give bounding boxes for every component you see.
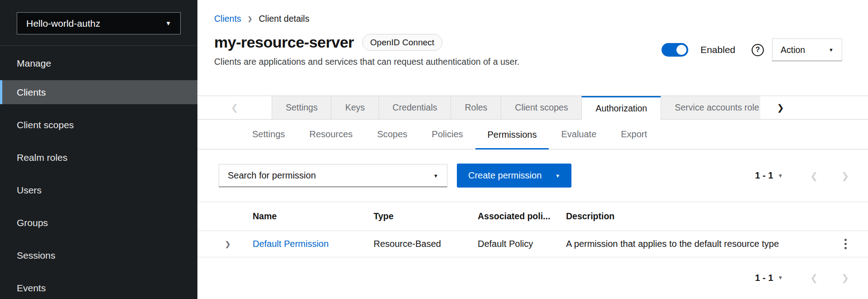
subtab-label: Permissions xyxy=(488,130,537,140)
pagination-options-caret-icon[interactable]: ▼ xyxy=(778,275,783,281)
chevron-left-icon: ❮ xyxy=(231,102,238,113)
pagination-range: 1 - 1 xyxy=(755,170,773,181)
sidebar: Hello-world-authz ▼ Manage Clients Clien… xyxy=(0,0,197,299)
column-header-type: Type xyxy=(374,211,478,222)
tab-credentials[interactable]: Credentials xyxy=(379,96,451,119)
permissions-table: Name Type Associated poli... Description… xyxy=(197,202,868,257)
chevron-down-icon: ▼ xyxy=(555,173,560,178)
client-tabs: ❮ Settings Keys Credentials Roles Client… xyxy=(197,96,868,120)
pagination-prev-button[interactable]: ❮ xyxy=(810,272,818,283)
row-expand-chevron-icon[interactable]: ❯ xyxy=(225,240,230,248)
sidebar-item-label: Groups xyxy=(17,217,48,228)
tab-label: Roles xyxy=(465,102,487,113)
permission-description-cell: A permission that applies to the default… xyxy=(566,239,823,249)
sidebar-item-client-scopes[interactable]: Client scopes xyxy=(0,113,197,137)
sidebar-item-groups[interactable]: Groups xyxy=(0,211,197,235)
toggle-knob xyxy=(676,45,686,55)
main-content: Clients ❯ Client details my-resource-ser… xyxy=(197,0,868,299)
subtab-resources[interactable]: Resources xyxy=(297,120,365,149)
subtab-label: Evaluate xyxy=(561,129,596,140)
tab-label: Client scopes xyxy=(515,102,568,113)
tab-label: Keys xyxy=(345,102,364,113)
page-title: my-resource-server xyxy=(214,34,354,51)
page-header: Clients ❯ Client details my-resource-ser… xyxy=(197,0,868,96)
row-actions-cell xyxy=(823,236,868,252)
chevron-down-icon: ▼ xyxy=(829,47,834,53)
sidebar-item-realm-roles[interactable]: Realm roles xyxy=(0,145,197,169)
tab-label: Authorization xyxy=(595,103,647,114)
sidebar-divider xyxy=(0,45,197,46)
sidebar-item-events[interactable]: Events xyxy=(0,276,197,299)
subtab-label: Resources xyxy=(309,129,353,140)
subtab-label: Scopes xyxy=(377,129,408,140)
pagination-options-caret-icon[interactable]: ▼ xyxy=(778,173,783,179)
sidebar-item-sessions[interactable]: Sessions xyxy=(0,243,197,267)
tab-client-scopes[interactable]: Client scopes xyxy=(501,96,581,119)
pagination-top: 1 - 1 ▼ ❮ ❯ xyxy=(755,170,849,181)
column-header-associated-policy: Associated poli... xyxy=(478,211,566,222)
tab-settings[interactable]: Settings xyxy=(272,96,331,119)
authorization-subtabs: Settings Resources Scopes Policies Permi… xyxy=(197,120,868,150)
breadcrumb-current: Client details xyxy=(259,14,310,24)
row-expand-cell: ❯ xyxy=(197,240,253,248)
table-row: ❯ Default Permission Resource-Based Defa… xyxy=(197,231,868,257)
sidebar-item-label: Sessions xyxy=(17,250,55,261)
subtab-evaluate[interactable]: Evaluate xyxy=(549,120,609,149)
pagination-next-button[interactable]: ❯ xyxy=(841,272,849,283)
action-dropdown-label: Action xyxy=(781,45,805,55)
app-window: Hello-world-authz ▼ Manage Clients Clien… xyxy=(0,0,868,299)
create-permission-button[interactable]: Create permission ▼ xyxy=(457,164,571,188)
nav-section-title: Manage xyxy=(17,58,197,69)
breadcrumb: Clients ❯ Client details xyxy=(197,0,868,24)
subtab-export[interactable]: Export xyxy=(609,120,659,149)
breadcrumb-link-clients[interactable]: Clients xyxy=(214,14,241,24)
permission-associated-policy-cell: Default Policy xyxy=(478,239,566,249)
subtab-label: Export xyxy=(621,129,647,140)
action-dropdown[interactable]: Action ▼ xyxy=(772,39,842,61)
sidebar-item-clients[interactable]: Clients xyxy=(0,80,197,104)
pagination-prev-button[interactable]: ❮ xyxy=(810,170,818,181)
protocol-badge: OpenID Connect xyxy=(362,34,443,51)
pagination-next-button[interactable]: ❯ xyxy=(841,170,849,181)
subtab-label: Policies xyxy=(432,129,463,140)
tab-service-accounts-roles[interactable]: Service accounts role xyxy=(661,96,760,119)
breadcrumb-separator-icon: ❯ xyxy=(248,15,253,22)
sidebar-item-label: Realm roles xyxy=(17,152,67,163)
pagination-range: 1 - 1 xyxy=(755,273,773,283)
search-permission-placeholder: Search for permission xyxy=(228,170,316,181)
chevron-down-icon: ▼ xyxy=(165,20,171,27)
tabs-scroll-right-button[interactable]: ❯ xyxy=(760,96,801,119)
pagination-bottom-wrapper: 1 - 1 ▼ ❮ ❯ xyxy=(197,257,868,283)
tab-roles[interactable]: Roles xyxy=(451,96,501,119)
sidebar-item-label: Client scopes xyxy=(17,120,74,130)
sidebar-item-label: Users xyxy=(17,185,42,196)
permission-name-link[interactable]: Default Permission xyxy=(253,239,329,249)
sidebar-item-users[interactable]: Users xyxy=(0,178,197,202)
realm-selector[interactable]: Hello-world-authz ▼ xyxy=(17,12,181,34)
tab-authorization[interactable]: Authorization xyxy=(581,96,661,120)
tab-label: Credentials xyxy=(393,102,437,113)
subtab-policies[interactable]: Policies xyxy=(420,120,475,149)
enabled-toggle[interactable] xyxy=(662,43,688,57)
create-permission-label: Create permission xyxy=(468,170,542,181)
tabs-scroll-left-button[interactable]: ❮ xyxy=(197,96,272,119)
tab-label: Service accounts role xyxy=(675,102,759,113)
pagination-bottom: 1 - 1 ▼ ❮ ❯ xyxy=(755,272,849,283)
search-permission-select[interactable]: Search for permission ▼ xyxy=(219,164,447,187)
sidebar-item-label: Clients xyxy=(17,87,46,98)
subtab-permissions[interactable]: Permissions xyxy=(475,120,549,150)
sidebar-nav: Clients Client scopes Realm roles Users … xyxy=(0,80,197,299)
realm-selector-value: Hello-world-authz xyxy=(26,18,100,29)
chevron-right-icon: ❯ xyxy=(777,102,784,113)
tab-label: Settings xyxy=(286,102,317,113)
permission-type-cell: Resource-Based xyxy=(374,239,478,249)
column-header-description: Description xyxy=(566,211,823,222)
help-icon[interactable]: ? xyxy=(752,44,764,56)
subtab-settings[interactable]: Settings xyxy=(240,120,297,149)
subtab-scopes[interactable]: Scopes xyxy=(365,120,420,149)
subtab-label: Settings xyxy=(252,129,285,140)
kebab-menu-icon[interactable] xyxy=(842,236,849,252)
sidebar-item-label: Events xyxy=(17,283,46,294)
tab-keys[interactable]: Keys xyxy=(331,96,378,119)
header-actions: Enabled ? Action ▼ xyxy=(662,39,842,61)
